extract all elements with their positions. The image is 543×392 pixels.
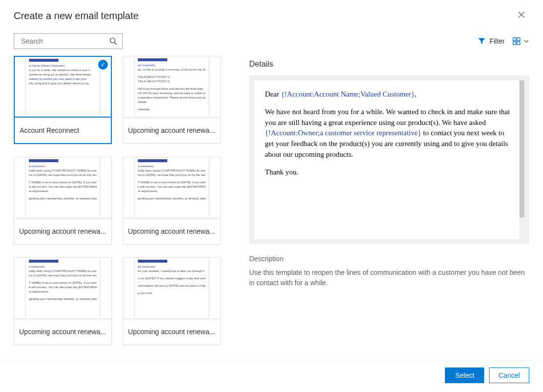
template-card[interactable]: ✓nt Name;Valued Customer},o you for a wh…	[14, 56, 112, 144]
svg-point-0	[110, 38, 115, 43]
dialog-title: Create a new email template	[14, 10, 139, 22]
svg-rect-4	[513, 42, 516, 45]
thumbnail-page: nt Name;Valued Customer},o you for a whi…	[26, 57, 100, 117]
toolbar: Filter	[0, 27, 543, 56]
svg-rect-5	[517, 42, 520, 45]
template-thumbnail: ✓ad customer},up. I'd like to provide a …	[123, 56, 221, 118]
thumbnail-page: d customer},ically been using {YOUR PROD…	[26, 157, 100, 218]
template-thumbnail: ✓d customer},ically been using {YOUR PRO…	[123, 157, 221, 219]
grid-view-icon	[513, 37, 520, 45]
template-thumbnail: ✓d customer},ically been using {YOUR PRO…	[14, 257, 112, 319]
thumbnail-page: ad customer},for your renewal. I would l…	[135, 258, 208, 318]
gallery-column: ✓nt Name;Valued Customer},o you for a wh…	[14, 56, 240, 360]
description-heading: Description	[249, 255, 529, 263]
preview-thanks: Thank you.	[265, 167, 514, 178]
template-card-label: Upcoming account renewa...	[14, 219, 112, 245]
gallery-grid: ✓nt Name;Valued Customer},o you for a wh…	[14, 56, 230, 355]
description-text: Use this template to reopen the lines of…	[249, 268, 529, 288]
merge-field-account-name: {!Account:Account Name;Valued Customer}	[281, 90, 415, 98]
template-card-label: Upcoming account renewa...	[123, 118, 221, 144]
template-card-label: Upcoming account renewa...	[123, 319, 221, 345]
template-thumbnail: ✓d customer},ically been using {YOUR PRO…	[14, 157, 112, 219]
filter-button[interactable]: Filter	[478, 37, 505, 45]
dialog: Create a new email template Filter	[0, 0, 543, 392]
close-button[interactable]	[514, 8, 529, 24]
preview-scrollbar[interactable]	[519, 80, 524, 239]
svg-rect-3	[517, 38, 520, 41]
gallery-scroll[interactable]: ✓nt Name;Valued Customer},o you for a wh…	[14, 56, 240, 360]
select-button[interactable]: Select	[445, 368, 484, 383]
thumbnail-page: d customer},ically been using {YOUR PROD…	[26, 258, 100, 318]
toolbar-right: Filter	[478, 37, 529, 45]
thumbnail-page: ad customer},up. I'd like to provide a s…	[135, 56, 208, 117]
chevron-down-icon	[523, 38, 529, 44]
template-card-label: Upcoming account renewa...	[123, 219, 221, 245]
preview-greeting-prefix: Dear	[265, 90, 281, 98]
cancel-button[interactable]: Cancel	[489, 368, 529, 383]
template-card-label: Upcoming account renewa...	[14, 319, 112, 345]
merge-field-owner: {!Account:Owner;a customer service repre…	[265, 129, 421, 137]
details-column: Details Dear {!Account:Account Name;Valu…	[240, 56, 543, 360]
preview-greeting: Dear {!Account:Account Name;Valued Custo…	[265, 89, 514, 100]
template-card[interactable]: ✓d customer},ically been using {YOUR PRO…	[14, 157, 112, 245]
template-card[interactable]: ✓d customer},ically been using {YOUR PRO…	[123, 157, 221, 245]
dialog-header: Create a new email template	[0, 0, 543, 27]
svg-rect-2	[513, 38, 516, 41]
svg-line-1	[115, 43, 117, 45]
details-heading: Details	[249, 60, 529, 69]
template-thumbnail: ✓nt Name;Valued Customer},o you for a wh…	[14, 56, 112, 118]
template-card[interactable]: ✓ad customer},up. I'd like to provide a …	[123, 56, 221, 144]
dialog-footer: Select Cancel	[0, 360, 543, 392]
preview-body-part1: We have not heard from you for a while. …	[265, 108, 510, 126]
filter-icon	[478, 38, 486, 45]
template-thumbnail: ✓ad customer},for your renewal. I would …	[123, 257, 221, 319]
content: ✓nt Name;Valued Customer},o you for a wh…	[0, 56, 543, 360]
template-preview: Dear {!Account:Account Name;Valued Custo…	[249, 75, 529, 244]
thumbnail-page: d customer},ically been using {YOUR PROD…	[135, 157, 208, 218]
search-field-wrapper[interactable]	[14, 33, 123, 49]
search-icon	[109, 37, 117, 45]
template-card-label: Account Reconnect	[14, 118, 112, 144]
preview-body: We have not heard from you for a while. …	[265, 107, 514, 160]
view-switch[interactable]	[513, 37, 529, 45]
template-card[interactable]: ✓ad customer},for your renewal. I would …	[123, 257, 221, 345]
filter-label: Filter	[490, 37, 505, 45]
preview-greeting-suffix: ,	[415, 90, 417, 98]
selected-check-icon: ✓	[98, 60, 108, 70]
close-icon	[518, 11, 525, 18]
template-card[interactable]: ✓d customer},ically been using {YOUR PRO…	[14, 257, 112, 345]
search-input[interactable]	[21, 37, 109, 45]
